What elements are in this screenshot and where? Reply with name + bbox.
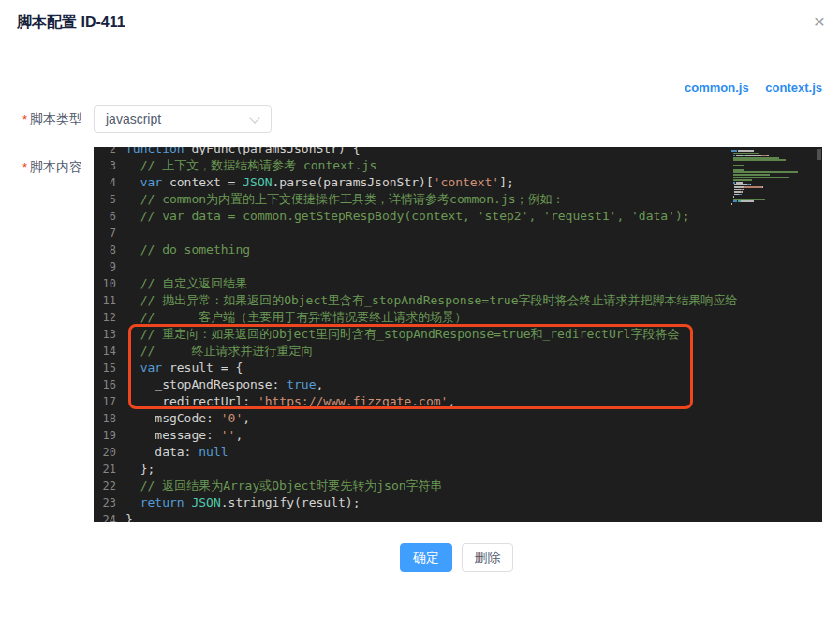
script-type-value: javascript: [106, 111, 161, 126]
line-number: 5: [94, 191, 116, 208]
code-line: 13 // 重定向：如果返回的Object里同时含有_stopAndRespon…: [94, 326, 728, 343]
script-config-modal: 脚本配置 ID-411 × common.js context.js *脚本类型…: [0, 0, 840, 618]
editor-scrollbar-thumb[interactable]: [817, 149, 821, 160]
line-number: 6: [94, 208, 116, 225]
code-line: 3 // 上下文，数据结构请参考 context.js: [94, 157, 728, 174]
code-line: 6 // var data = common.getStepRespBody(c…: [94, 208, 728, 225]
code-line: 15 var result = {: [94, 360, 728, 376]
code-line: 21 };: [94, 461, 728, 478]
line-number: 17: [94, 393, 116, 410]
script-type-label: *脚本类型: [0, 111, 82, 128]
code-line: 7: [94, 225, 728, 242]
chevron-down-icon: [249, 112, 259, 123]
code-line: 16 _stopAndResponse: true,: [94, 376, 728, 393]
line-number: 12: [94, 309, 116, 326]
line-number: 2: [94, 147, 116, 157]
code-line: 12 // 客户端（主要用于有异常情况要终止请求的场景）: [94, 309, 728, 326]
close-icon[interactable]: ×: [814, 11, 825, 31]
code-line: 19 message: '',: [94, 427, 728, 444]
code-line: 10 // 自定义返回结果: [94, 275, 728, 292]
script-content-label: *脚本内容: [0, 159, 82, 176]
link-context-js[interactable]: context.js: [765, 81, 822, 95]
line-number: 20: [94, 444, 116, 461]
required-asterisk: *: [22, 112, 27, 126]
line-number: 3: [94, 157, 116, 174]
line-number: 7: [94, 225, 116, 242]
line-number: 16: [94, 376, 116, 393]
line-number: 9: [94, 258, 116, 275]
code-line: 9: [94, 258, 728, 275]
delete-button[interactable]: 删除: [462, 543, 513, 572]
editor-minimap[interactable]: [731, 150, 817, 206]
confirm-button[interactable]: 确定: [400, 543, 452, 572]
code-line: 24}: [94, 511, 728, 522]
code-line: 5 // common为内置的上下文便捷操作工具类，详情请参考common.js…: [94, 191, 728, 208]
line-number: 13: [94, 326, 116, 343]
line-number: 4: [94, 174, 116, 191]
code-line: 14 // 终止请求并进行重定向: [94, 343, 728, 360]
code-line: 8 // do something: [94, 242, 728, 258]
code-line: 2function dyFunc(paramsJsonStr) {: [94, 147, 728, 157]
code-line: 22 // 返回结果为Array或Object时要先转为json字符串: [94, 478, 728, 494]
line-number: 15: [94, 360, 116, 376]
code-line: 17 _redirectUrl: 'https://www.fizzgate.c…: [94, 393, 728, 410]
code-line: 4 var context = JSON.parse(paramsJsonStr…: [94, 174, 728, 191]
code-line: 23 return JSON.stringify(result);: [94, 494, 728, 511]
link-common-js[interactable]: common.js: [685, 81, 749, 95]
required-asterisk: *: [22, 160, 27, 174]
line-number: 18: [94, 410, 116, 427]
line-number: 19: [94, 427, 116, 444]
line-number: 11: [94, 292, 116, 309]
line-number: 14: [94, 343, 116, 360]
line-number: 21: [94, 461, 116, 478]
line-number: 23: [94, 494, 116, 511]
code-editor[interactable]: 2function dyFunc(paramsJsonStr) {3 // 上下…: [94, 147, 822, 522]
helper-links: common.js context.js: [671, 81, 822, 95]
code-lines: 2function dyFunc(paramsJsonStr) {3 // 上下…: [94, 147, 728, 522]
script-type-select[interactable]: javascript: [94, 105, 272, 133]
line-number: 10: [94, 275, 116, 292]
line-number: 8: [94, 242, 116, 258]
line-number: 22: [94, 478, 116, 494]
code-line: 18 msgCode: '0',: [94, 410, 728, 427]
line-number: 24: [94, 511, 116, 522]
code-line: 20 data: null: [94, 444, 728, 461]
code-line: 11 // 抛出异常：如果返回的Object里含有_stopAndRespons…: [94, 292, 728, 309]
modal-title: 脚本配置 ID-411: [17, 13, 125, 33]
